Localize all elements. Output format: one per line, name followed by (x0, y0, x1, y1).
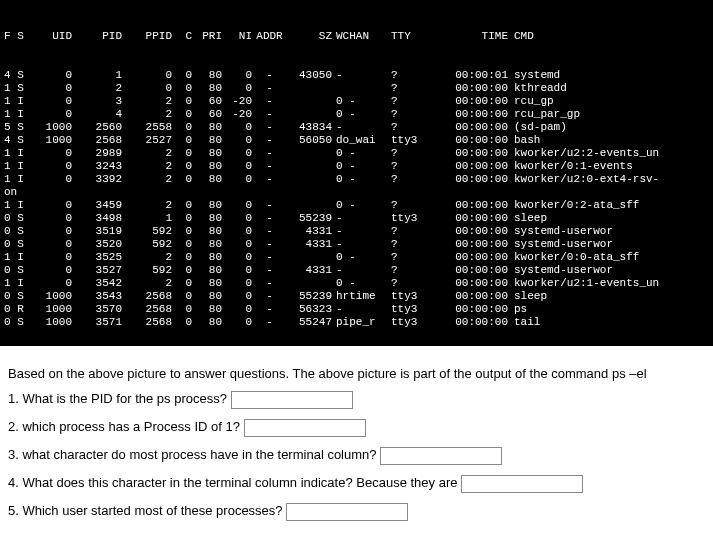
table-row: 1 S0200800-?00:00:00kthreadd (4, 82, 709, 95)
table-row: 1 I0345920800-0 -?00:00:00kworker/0:2-at… (4, 199, 709, 212)
table-row: 1 I0298920800-0 -?00:00:00kworker/u2:2-e… (4, 147, 709, 160)
intro-text: Based on the above picture to answer que… (8, 366, 705, 381)
table-row: on (4, 186, 709, 199)
terminal-output: F SUIDPIDPPIDCPRINIADDRSZWCHANTTYTIMECMD… (0, 0, 713, 346)
question-2: 2. which process has a Process ID of 1? (8, 419, 240, 434)
table-row: 4 S1000256825270800-56050do_waitty300:00… (4, 134, 709, 147)
table-row: 0 S0349810800-55239-tty300:00:00sleep (4, 212, 709, 225)
answer-input-3[interactable] (380, 447, 502, 465)
table-row: 0 S035275920800-4331-?00:00:00systemd-us… (4, 264, 709, 277)
question-4: 4. What does this character in the termi… (8, 475, 457, 490)
answer-input-1[interactable] (231, 391, 353, 409)
answer-input-5[interactable] (286, 503, 408, 521)
table-row: 1 I042060-20-0 -?00:00:00rcu_par_gp (4, 108, 709, 121)
answer-input-2[interactable] (244, 419, 366, 437)
table-row: 1 I0339220800-0 -?00:00:00kworker/u2:0-e… (4, 173, 709, 186)
table-header: F SUIDPIDPPIDCPRINIADDRSZWCHANTTYTIMECMD (4, 30, 709, 43)
table-row: 0 S035205920800-4331-?00:00:00systemd-us… (4, 238, 709, 251)
table-row: 1 I032060-20-0 -?00:00:00rcu_gp (4, 95, 709, 108)
table-row: 0 R1000357025680800-56323-tty300:00:00ps (4, 303, 709, 316)
question-1: 1. What is the PID for the ps process? (8, 391, 227, 406)
question-5: 5. Which user started most of these proc… (8, 503, 283, 518)
table-row: 0 S1000357125680800-55247pipe_rtty300:00… (4, 316, 709, 329)
table-row: 0 S1000354325680800-55239hrtimetty300:00… (4, 290, 709, 303)
question-3: 3. what character do most process have i… (8, 447, 377, 462)
answer-input-4[interactable] (461, 475, 583, 493)
table-row: 0 S035195920800-4331-?00:00:00systemd-us… (4, 225, 709, 238)
table-row: 4 S0100800-43050-?00:00:01systemd (4, 69, 709, 82)
table-row: 1 I0352520800-0 -?00:00:00kworker/0:0-at… (4, 251, 709, 264)
table-row: 1 I0324320800-0 -?00:00:00kworker/0:1-ev… (4, 160, 709, 173)
table-row: 5 S1000256025580800-43834-?00:00:00(sd-p… (4, 121, 709, 134)
questions-section: Based on the above picture to answer que… (0, 346, 713, 541)
table-row: 1 I0354220800-0 -?00:00:00kworker/u2:1-e… (4, 277, 709, 290)
